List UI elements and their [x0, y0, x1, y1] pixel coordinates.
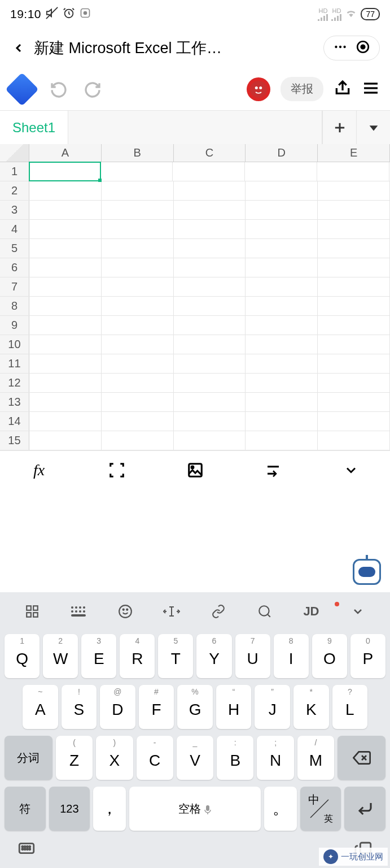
- row-header[interactable]: 15: [0, 431, 29, 450]
- collapse-button[interactable]: [312, 462, 390, 478]
- cell[interactable]: [174, 316, 246, 335]
- cell[interactable]: [174, 412, 246, 431]
- more-menu-button[interactable]: [333, 40, 348, 57]
- cell[interactable]: [246, 201, 318, 219]
- key-d[interactable]: @D: [100, 685, 135, 729]
- row-header[interactable]: 2: [0, 181, 29, 200]
- key-f[interactable]: #F: [139, 685, 174, 729]
- cell[interactable]: [318, 412, 390, 431]
- row-header[interactable]: 12: [0, 374, 29, 392]
- row-header[interactable]: 11: [0, 354, 29, 373]
- tab-button[interactable]: [234, 462, 312, 479]
- row-header[interactable]: 14: [0, 412, 29, 431]
- cell[interactable]: [246, 354, 318, 373]
- col-header-d[interactable]: D: [246, 144, 318, 162]
- cell[interactable]: [102, 354, 174, 373]
- cell[interactable]: [102, 374, 174, 392]
- cell[interactable]: [29, 258, 102, 277]
- key-123[interactable]: 123: [49, 787, 90, 831]
- cell[interactable]: [246, 393, 318, 411]
- cell[interactable]: [29, 277, 102, 296]
- add-sheet-button[interactable]: [322, 111, 356, 144]
- cell[interactable]: [29, 201, 102, 219]
- key-split[interactable]: 分词: [5, 736, 52, 780]
- key-enter[interactable]: [344, 787, 385, 831]
- kb-collapse-icon[interactable]: [335, 605, 381, 618]
- cell[interactable]: [246, 412, 318, 431]
- cell[interactable]: [29, 239, 102, 258]
- key-u[interactable]: 7U: [235, 634, 270, 678]
- cell[interactable]: [246, 335, 318, 354]
- key-b[interactable]: :B: [217, 736, 253, 780]
- key-h[interactable]: “H: [216, 685, 252, 729]
- cell[interactable]: [318, 297, 390, 315]
- cell[interactable]: [174, 297, 246, 315]
- key-q[interactable]: 1Q: [5, 634, 40, 678]
- cell[interactable]: [29, 374, 102, 392]
- cell[interactable]: [102, 335, 174, 354]
- cell[interactable]: [246, 258, 318, 277]
- key-c[interactable]: -C: [137, 736, 173, 780]
- app-logo-icon[interactable]: [5, 72, 38, 106]
- kb-search-icon[interactable]: [242, 604, 288, 619]
- cell[interactable]: [318, 258, 390, 277]
- cell[interactable]: [29, 297, 102, 315]
- cell[interactable]: [102, 258, 174, 277]
- key-x[interactable]: )X: [96, 736, 133, 780]
- key-y[interactable]: 6Y: [196, 634, 231, 678]
- row-header[interactable]: 13: [0, 393, 29, 411]
- col-header-c[interactable]: C: [174, 144, 246, 162]
- cell[interactable]: [102, 412, 174, 431]
- cell[interactable]: [174, 181, 246, 200]
- col-header-a[interactable]: A: [29, 144, 102, 162]
- key-s[interactable]: !S: [62, 685, 97, 729]
- key-lang-switch[interactable]: 中 英: [300, 787, 341, 831]
- fx-button[interactable]: fx: [0, 461, 78, 479]
- back-button[interactable]: [10, 40, 27, 57]
- row-header[interactable]: 3: [0, 201, 29, 219]
- key-comma[interactable]: ，: [93, 787, 126, 831]
- cell[interactable]: [102, 201, 174, 219]
- kb-keyboard-icon[interactable]: [55, 604, 102, 619]
- cell[interactable]: [174, 201, 246, 219]
- cell[interactable]: [29, 354, 102, 373]
- key-p[interactable]: 0P: [350, 634, 385, 678]
- row-header[interactable]: 6: [0, 258, 29, 277]
- cell[interactable]: [174, 374, 246, 392]
- cell[interactable]: [102, 277, 174, 296]
- key-j[interactable]: ”J: [255, 685, 290, 729]
- key-m[interactable]: /M: [297, 736, 334, 780]
- cell[interactable]: [246, 239, 318, 258]
- cell[interactable]: [318, 239, 390, 258]
- cell[interactable]: [318, 354, 390, 373]
- cell[interactable]: [318, 201, 390, 219]
- row-header[interactable]: 10: [0, 335, 29, 354]
- cell[interactable]: [246, 316, 318, 335]
- kb-grid-icon[interactable]: [9, 604, 55, 619]
- cell-a1[interactable]: [29, 162, 101, 181]
- cell[interactable]: [318, 431, 390, 450]
- cell[interactable]: [29, 316, 102, 335]
- row-header[interactable]: 4: [0, 220, 29, 238]
- cell[interactable]: [318, 277, 390, 296]
- cell[interactable]: [318, 181, 390, 200]
- row-header[interactable]: 8: [0, 297, 29, 315]
- sheet-tab-active[interactable]: Sheet1: [0, 111, 68, 144]
- kb-jd-button[interactable]: JD: [288, 604, 334, 619]
- row-header[interactable]: 5: [0, 239, 29, 258]
- cell[interactable]: [246, 431, 318, 450]
- cell[interactable]: [102, 316, 174, 335]
- select-all-corner[interactable]: [0, 144, 29, 162]
- cell[interactable]: [29, 412, 102, 431]
- col-header-e[interactable]: E: [318, 144, 390, 162]
- image-button[interactable]: [156, 462, 234, 479]
- cell[interactable]: [174, 431, 246, 450]
- menu-button[interactable]: [362, 79, 380, 99]
- cell[interactable]: [173, 162, 245, 181]
- key-period[interactable]: 。: [264, 787, 297, 831]
- record-button[interactable]: [356, 40, 370, 57]
- kb-emoji-icon[interactable]: [102, 604, 148, 619]
- cell[interactable]: [102, 431, 174, 450]
- cell[interactable]: [174, 258, 246, 277]
- key-g[interactable]: %G: [177, 685, 213, 729]
